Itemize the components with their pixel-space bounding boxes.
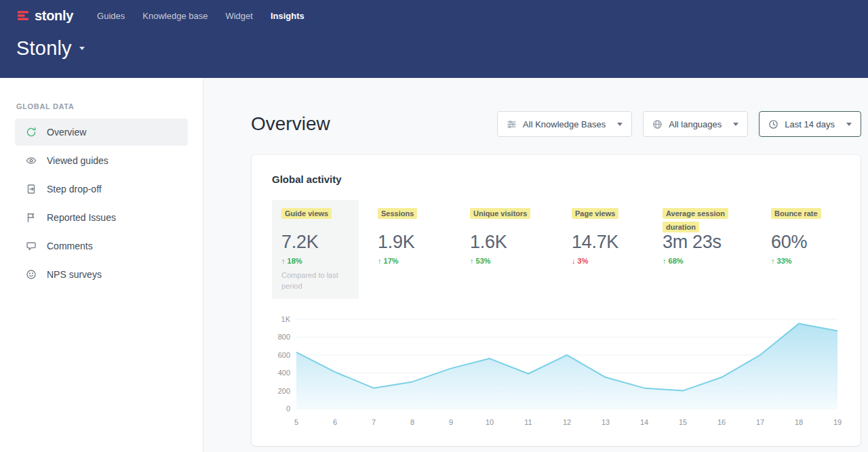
svg-text:13: 13 [601,418,610,426]
metric-label: Unique visitors [470,208,530,219]
page-title: Overview [251,113,330,135]
metrics-row: Guide views7.2K↑ 18%Compared to last per… [272,200,840,299]
svg-text:8: 8 [410,418,414,426]
topnav-items: GuidesKnowledge baseWidgetInsights [88,6,313,26]
topnav-item-knowledge-base[interactable]: Knowledge base [134,6,216,26]
metric-average-session-duration: Average session duration3m 23s↑ 68% [663,200,752,265]
sidebar-item-nps-surveys[interactable]: NPS surveys [15,261,188,288]
sidebar-item-step-drop-off[interactable]: Step drop-off [15,176,188,203]
flag-icon [26,212,37,223]
metric-value: 3m 23s [663,232,752,251]
comments-icon [26,241,37,251]
filter-label: Last 14 days [785,119,835,129]
sidebar-item-label: Viewed guides [47,155,108,166]
metric-value: 60% [771,232,839,251]
metric-change: ↑ 33% [771,257,839,265]
metric-guide-views: Guide views7.2K↑ 18%Compared to last per… [272,200,359,299]
svg-text:0: 0 [286,405,290,413]
chevron-down-icon [846,123,852,126]
metric-value: 1.6K [470,232,553,251]
topnav-item-guides[interactable]: Guides [88,6,134,26]
metric-change: ↑ 18% [281,257,349,265]
metric-value: 1.9K [378,232,451,251]
metric-sessions: Sessions1.9K↑ 17% [378,200,451,265]
metric-change: ↑ 68% [663,257,752,265]
chevron-down-icon [79,47,85,50]
sidebar-item-comments[interactable]: Comments [15,232,188,260]
svg-text:11: 11 [524,418,532,426]
sidebar-item-label: Step drop-off [47,184,102,194]
metric-change: ↓ 3% [572,257,644,265]
filter-dropdown-all-languages[interactable]: All languages [643,111,748,137]
chevron-down-icon [617,123,623,126]
clock-icon [768,119,778,129]
metric-change: ↑ 17% [378,257,451,265]
svg-text:5: 5 [294,418,298,426]
svg-text:16: 16 [717,418,726,426]
sidebar-item-label: NPS surveys [47,269,102,280]
svg-text:17: 17 [756,418,764,426]
smiley-icon [26,269,37,280]
svg-text:6: 6 [333,418,337,426]
svg-text:200: 200 [278,386,290,394]
metric-unique-visitors: Unique visitors1.6K↑ 53% [470,200,553,265]
knowledge-base-filter-icon [507,119,517,129]
topnav-item-widget[interactable]: Widget [216,6,261,26]
svg-text:7: 7 [372,418,376,426]
eye-icon [26,155,37,166]
sidebar-item-viewed-guides[interactable]: Viewed guides [15,147,188,174]
sidebar-item-reported-issues[interactable]: Reported Issues [15,204,188,231]
main-content: Overview All Knowledge BasesAll language… [204,78,868,452]
svg-text:9: 9 [449,418,453,426]
sidebar-menu: OverviewViewed guidesStep drop-offReport… [0,119,203,288]
metric-bounce-rate: Bounce rate60%↑ 33% [771,200,839,265]
stonly-logo-text: stonly [35,8,73,24]
svg-text:10: 10 [486,418,494,426]
filter-label: All Knowledge Bases [523,119,606,129]
stonly-logo[interactable]: stonly [16,8,73,24]
svg-text:400: 400 [278,369,290,377]
svg-text:14: 14 [640,418,648,426]
step-dropoff-icon [26,184,37,194]
metric-label: Average session duration [663,208,728,232]
svg-text:12: 12 [563,418,571,426]
metric-change: ↑ 53% [470,257,553,265]
metric-note: Compared to last period [281,270,344,292]
metric-value: 7.2K [281,232,349,251]
globe-icon [652,119,663,129]
sidebar: GLOBAL DATA OverviewViewed guidesStep dr… [0,78,203,452]
svg-text:18: 18 [795,418,803,426]
metric-label: Page views [572,208,618,219]
card-title: Global activity [272,173,840,185]
workspace-title: Stonly [16,37,72,60]
metric-label: Sessions [378,208,417,219]
filter-dropdown-last-14-days[interactable]: Last 14 days [759,111,861,137]
svg-text:1K: 1K [281,315,291,323]
svg-text:600: 600 [278,351,290,359]
chevron-down-icon [733,123,738,126]
svg-text:800: 800 [278,333,290,341]
global-activity-card: Global activity Guide views7.2K↑ 18%Comp… [251,154,861,447]
sidebar-section-title: GLOBAL DATA [16,102,186,110]
metric-value: 14.7K [572,232,644,251]
metric-label: Bounce rate [771,208,821,219]
filters-bar: All Knowledge BasesAll languagesLast 14 … [497,111,861,137]
sidebar-item-label: Reported Issues [47,212,116,223]
sidebar-item-overview[interactable]: Overview [15,119,188,146]
metric-page-views: Page views14.7K↓ 3% [572,200,644,265]
metric-label: Guide views [281,208,332,219]
top-navigation-bar: stonly GuidesKnowledge baseWidgetInsight… [0,0,868,78]
topnav-item-insights[interactable]: Insights [262,6,313,26]
filter-dropdown-all-knowledge-bases[interactable]: All Knowledge Bases [497,111,632,137]
sidebar-item-label: Overview [47,127,86,138]
workspace-switcher[interactable]: Stonly [16,37,85,60]
svg-text:19: 19 [833,418,842,426]
sidebar-item-label: Comments [47,241,93,251]
svg-text:15: 15 [679,418,687,426]
filter-label: All languages [669,119,722,129]
global-activity-chart: 02004006008001K5678910111213141516171819 [272,311,840,433]
area-chart: 02004006008001K5678910111213141516171819 [272,311,842,433]
overview-icon [26,127,37,138]
stonly-logo-icon [16,9,30,22]
